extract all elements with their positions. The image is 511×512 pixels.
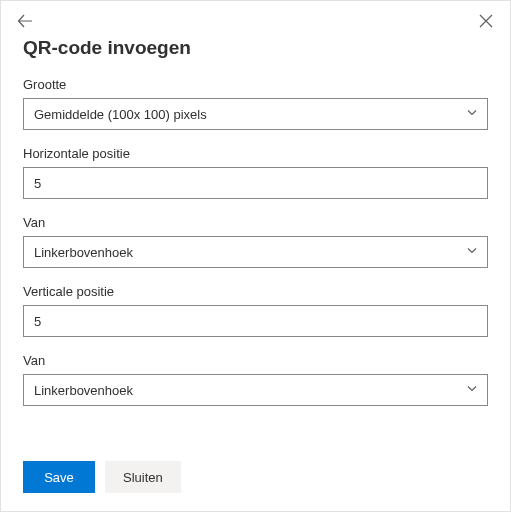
label-size: Grootte <box>23 77 488 92</box>
dialog-title: QR-code invoegen <box>23 37 488 59</box>
field-size: Grootte Gemiddelde (100x 100) pixels <box>23 77 488 130</box>
field-vertical-position: Verticale positie <box>23 284 488 337</box>
field-horizontal-from: Van Linkerbovenhoek <box>23 215 488 268</box>
dialog-content: QR-code invoegen Grootte Gemiddelde (100… <box>1 33 510 406</box>
dialog-header <box>1 1 510 33</box>
select-horizontal-from-wrap: Linkerbovenhoek <box>23 236 488 268</box>
field-horizontal-position: Horizontale positie <box>23 146 488 199</box>
close-button[interactable]: Sluiten <box>105 461 181 493</box>
select-vertical-from[interactable]: Linkerbovenhoek <box>23 374 488 406</box>
label-vertical-position: Verticale positie <box>23 284 488 299</box>
label-horizontal-from: Van <box>23 215 488 230</box>
input-vertical-position[interactable] <box>23 305 488 337</box>
label-horizontal-position: Horizontale positie <box>23 146 488 161</box>
dialog-footer: Save Sluiten <box>23 461 181 493</box>
select-size[interactable]: Gemiddelde (100x 100) pixels <box>23 98 488 130</box>
input-horizontal-position[interactable] <box>23 167 488 199</box>
field-vertical-from: Van Linkerbovenhoek <box>23 353 488 406</box>
back-button[interactable] <box>15 11 35 31</box>
close-icon <box>479 14 493 28</box>
arrow-left-icon <box>17 13 33 29</box>
close-dialog-button[interactable] <box>476 11 496 31</box>
select-horizontal-from[interactable]: Linkerbovenhoek <box>23 236 488 268</box>
save-button[interactable]: Save <box>23 461 95 493</box>
select-vertical-from-wrap: Linkerbovenhoek <box>23 374 488 406</box>
label-vertical-from: Van <box>23 353 488 368</box>
select-size-wrap: Gemiddelde (100x 100) pixels <box>23 98 488 130</box>
